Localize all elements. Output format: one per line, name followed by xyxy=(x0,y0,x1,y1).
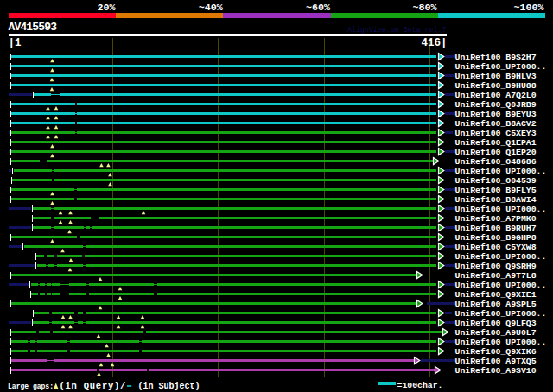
svg-text:UniRef100_A9U0L7: UniRef100_A9U0L7 xyxy=(455,328,537,338)
svg-text:UniRef100_Q1EP20: UniRef100_Q1EP20 xyxy=(455,148,537,157)
svg-text:UniRef100_B9EYU3: UniRef100_B9EYU3 xyxy=(455,110,537,119)
svg-text:UniRef100_B8ACV2: UniRef100_B8ACV2 xyxy=(455,119,537,129)
svg-text:UniRef100_Q1EPA1: UniRef100_Q1EPA1 xyxy=(455,138,537,148)
svg-text:Large gaps:: Large gaps: xyxy=(8,382,54,391)
svg-text:~80%: ~80% xyxy=(413,2,437,14)
svg-text:416|: 416| xyxy=(421,37,447,49)
svg-text:UniRef100_A9SV10: UniRef100_A9SV10 xyxy=(455,366,537,376)
svg-text:~40%: ~40% xyxy=(199,2,223,14)
svg-text:UniRef100_O48686: UniRef100_O48686 xyxy=(455,157,537,167)
svg-text:~100%: ~100% xyxy=(514,2,544,14)
svg-text:|1: |1 xyxy=(9,37,22,49)
svg-text:AlignView.pm Beta rel.7: AlignView.pm Beta rel.7 xyxy=(347,26,447,34)
svg-text:UniRef100_C5YXW8: UniRef100_C5YXW8 xyxy=(455,243,537,252)
svg-text:UniRef100_O04539: UniRef100_O04539 xyxy=(455,176,537,186)
svg-text:UniRef100_B8AWI4: UniRef100_B8AWI4 xyxy=(455,195,537,205)
svg-text:UniRef100_B9GHP8: UniRef100_B9GHP8 xyxy=(455,233,537,243)
svg-text:UniRef100_UPI000..: UniRef100_UPI000.. xyxy=(455,62,547,72)
svg-text:UniRef100_A7PMK0: UniRef100_A7PMK0 xyxy=(455,214,537,224)
svg-text:UniRef100_Q9SRH9: UniRef100_Q9SRH9 xyxy=(455,262,537,271)
svg-text:UniRef100_B9S2H7: UniRef100_B9S2H7 xyxy=(455,53,537,62)
svg-text:UniRef100_UPI000..: UniRef100_UPI000.. xyxy=(455,167,547,176)
svg-text:UniRef100_C5XEY3: UniRef100_C5XEY3 xyxy=(455,129,537,138)
svg-text:~60%: ~60% xyxy=(306,2,330,14)
svg-text:(in Subject): (in Subject) xyxy=(137,382,200,391)
svg-text:UniRef100_UPI000..: UniRef100_UPI000.. xyxy=(455,281,547,290)
svg-text:UniRef100_UPI000..: UniRef100_UPI000.. xyxy=(455,309,547,319)
svg-text:UniRef100_B9HU88: UniRef100_B9HU88 xyxy=(455,81,537,91)
svg-text:UniRef100_Q9XIE1: UniRef100_Q9XIE1 xyxy=(455,290,537,300)
svg-text:UniRef100_UPI000..: UniRef100_UPI000.. xyxy=(455,338,547,347)
svg-text:=100char.: =100char. xyxy=(397,381,443,390)
svg-text:AV415593: AV415593 xyxy=(9,21,58,34)
svg-text:UniRef100_A7Q2L0: UniRef100_A7Q2L0 xyxy=(455,91,537,100)
svg-text:UniRef100_UPI000..: UniRef100_UPI000.. xyxy=(455,252,547,262)
svg-text:UniRef100_A9TXQ5: UniRef100_A9TXQ5 xyxy=(455,357,537,366)
svg-text:UniRef100_Q9LFQ3: UniRef100_Q9LFQ3 xyxy=(455,319,537,328)
svg-text:(in Query)/: (in Query)/ xyxy=(59,381,125,391)
svg-text:UniRef100_UPI000..: UniRef100_UPI000.. xyxy=(455,205,547,214)
svg-text:UniRef100_Q0JRB9: UniRef100_Q0JRB9 xyxy=(455,100,537,110)
svg-text:UniRef100_Q9XIK6: UniRef100_Q9XIK6 xyxy=(455,347,537,357)
svg-text:UniRef100_A9SPL5: UniRef100_A9SPL5 xyxy=(455,300,537,309)
svg-text:UniRef100_A9T7L8: UniRef100_A9T7L8 xyxy=(455,271,537,281)
svg-text:UniRef100_B9FLY5: UniRef100_B9FLY5 xyxy=(455,186,537,195)
svg-text:UniRef100_B9HLV3: UniRef100_B9HLV3 xyxy=(455,72,537,81)
svg-text:20%: 20% xyxy=(98,2,116,14)
svg-text:UniRef100_B9RUH7: UniRef100_B9RUH7 xyxy=(455,224,537,233)
